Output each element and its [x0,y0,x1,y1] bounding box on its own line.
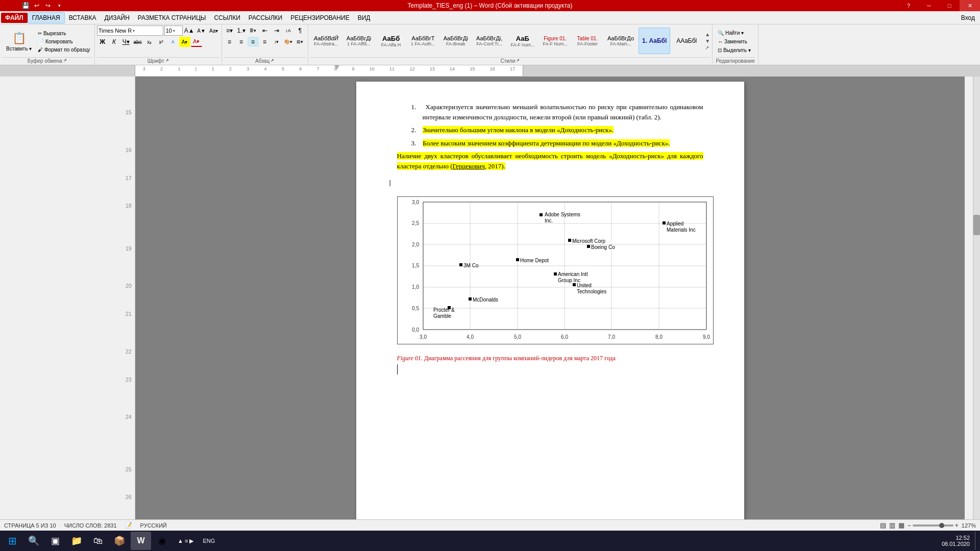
style-fa-auth[interactable]: АаБбВгТ 1 FA-Auth... [407,28,439,54]
layout-menu[interactable]: РАЗМЕТКА СТРАНИЦЫ [134,13,210,23]
save-button[interactable]: 💾 [20,1,31,10]
text-effects-button[interactable]: A [167,37,179,47]
align-center-button[interactable]: ≡ [236,37,247,47]
styles-expand[interactable]: ↗ [516,58,520,64]
dropbox-taskbar[interactable]: 📦 [109,532,130,550]
superscript-button[interactable]: x² [156,37,167,47]
svg-text:8,0: 8,0 [655,334,663,340]
lang-indicator[interactable]: ENG [199,538,219,544]
maximize-button[interactable]: □ [939,0,960,11]
show-formatting-button[interactable]: ¶ [295,26,306,36]
borders-button[interactable]: ⊞▾ [295,37,306,47]
align-left-button[interactable]: ≡ [224,37,235,47]
doc-area[interactable]: 1. Характеризуется значительно меньшей в… [135,77,965,537]
paragraph-2[interactable]: 2. Значительно большим углом наклона в м… [397,125,703,135]
insert-menu[interactable]: ВСТАВКА [65,13,101,23]
help-button[interactable]: ? [898,0,919,11]
file-menu[interactable]: ФАЙЛ [1,13,28,23]
multilevel-button[interactable]: ≣▾ [248,26,259,36]
close-button[interactable]: ✕ [960,0,980,11]
strikethrough-button[interactable]: abc [132,37,143,47]
home-menu[interactable]: ГЛАВНАЯ [28,12,65,23]
font-color-button[interactable]: A▾ [191,37,202,47]
chrome-taskbar[interactable]: ◉ [152,532,173,550]
subscript-button[interactable]: x₂ [144,37,155,47]
paragraph-4[interactable]: Наличие двух кластеров обуславливает нео… [397,151,703,171]
redo-button[interactable]: ↪ [43,1,53,10]
task-view-button[interactable]: ▣ [45,532,65,550]
doc-cursor[interactable] [397,364,398,374]
justify-button[interactable]: ≡ [259,37,271,47]
zoom-slider[interactable] [913,524,953,527]
italic-button[interactable]: К [109,37,120,47]
increase-indent-button[interactable]: ⇥ [271,26,282,36]
change-case-button[interactable]: Аа▾ [208,26,219,36]
view-normal[interactable]: ▤ [880,521,886,529]
minimize-button[interactable]: ─ [919,0,939,11]
language[interactable]: РУССКИЙ [140,522,167,529]
paragraph-expand[interactable]: ↗ [271,58,274,64]
paragraph-3[interactable]: 3. Более высоким значением коэффициента … [397,138,703,148]
mailings-menu[interactable]: РАССЫЛКИ [244,13,286,23]
style-fa-fnum[interactable]: АаБ FA-F num... [507,28,538,54]
style-fa-abstract[interactable]: АаБбВdЙ FA-Abstra... [310,28,342,54]
underline-button[interactable]: Ч▾ [120,37,132,47]
references-menu[interactable]: ССЫЛКИ [210,13,244,23]
style-fa-main[interactable]: АаБбВгДо FA-Main... [604,28,638,54]
line-spacing-button[interactable]: ↕▾ [271,37,282,47]
tray-icons[interactable]: ▲ ≡ ▶ [178,538,193,544]
font-name-dropdown[interactable]: Times New R ▾ [97,26,163,36]
increase-font-button[interactable]: A▲ [184,26,195,36]
citation-link[interactable]: Герцекович [453,162,485,170]
cut-button[interactable]: ✂ Вырезать [36,30,92,37]
view-menu[interactable]: ВИД [354,13,375,23]
decrease-indent-button[interactable]: ⇤ [259,26,271,36]
decrease-font-button[interactable]: A▼ [196,26,207,36]
paragraph-1[interactable]: 1. Характеризуется значительно меньшей в… [397,102,703,122]
styles-scroll-up[interactable]: ▲ ▼ ↗ [705,32,710,51]
format-painter-button[interactable]: 🖌 Формат по образцу [36,46,92,54]
font-expand[interactable]: ↗ [165,58,169,64]
undo-button[interactable]: ↩ [32,1,42,10]
view-web[interactable]: ▥ [889,521,895,529]
style-fa-conf[interactable]: АаБбВгДi, FA-Conf.Ti... [473,28,506,54]
start-button[interactable]: ⊞ [2,532,22,550]
login-button[interactable]: Вход [956,13,980,23]
style-list[interactable]: 1. АаБбl [639,28,670,54]
align-right-button[interactable]: ≡ [248,37,259,47]
scrollbar[interactable] [973,77,980,537]
explorer-button[interactable]: 📁 [66,532,87,550]
numbering-button[interactable]: 1.▾ [236,26,247,36]
bullets-button[interactable]: ≡▾ [224,26,235,36]
word-taskbar[interactable]: W [131,532,151,550]
shading-button[interactable]: 🎨▾ [283,37,294,47]
quick-access-more[interactable]: ▾ [54,1,64,10]
clipboard-expand[interactable]: ↗ [63,58,67,64]
sort-button[interactable]: ↕A [283,26,294,36]
search-button[interactable]: 🔍 [23,532,44,550]
style-extra[interactable]: АAаБбl [671,28,702,54]
style-figure01[interactable]: Figure 01. FA-F Num... [539,28,571,54]
design-menu[interactable]: ДИЗАЙН [101,13,134,23]
style-fa-affili[interactable]: АаБбВгДi 1 FA-Affili... [343,28,375,54]
paste-button[interactable]: 📋 Вставить ▾ [2,26,36,57]
font-size-dropdown[interactable]: 10 ▾ [164,26,183,36]
highlight-button[interactable]: A▾ [179,37,190,47]
style-table01[interactable]: Table 01. FA-Footer [572,28,603,54]
replace-button[interactable]: ↔ Заменить [716,38,755,45]
style-fa-break[interactable]: АаБбВгДi FA-Break [440,28,472,54]
zoom-level[interactable]: 127% [962,522,976,529]
view-print[interactable]: ▦ [898,521,904,529]
bold-button[interactable]: Ж [97,37,108,47]
copy-button[interactable]: 📄 Копировать [36,38,92,45]
style-fa-alfa[interactable]: АаБб FA-Alfa H [376,28,406,54]
show-desktop[interactable] [975,532,978,550]
review-menu[interactable]: РЕЦЕНЗИРОВАНИЕ [286,13,353,23]
find-button[interactable]: 🔍 Найти ▾ [716,29,755,37]
proofing-icon[interactable]: 📝 [125,522,132,529]
zoom-in-button[interactable]: + [955,522,959,529]
select-button[interactable]: ⊡ Выделить ▾ [716,46,755,54]
zoom-out-button[interactable]: − [908,522,911,529]
ruler-content[interactable]: 321|1234567891011121314151617 [135,65,523,76]
store-button[interactable]: 🛍 [88,532,108,550]
